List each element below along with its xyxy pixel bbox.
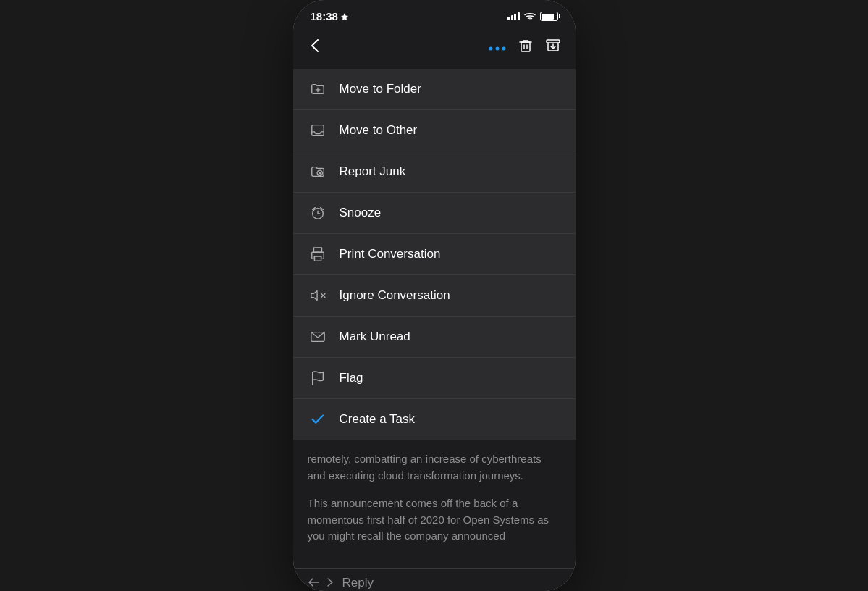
email-content: remotely, combatting an increase of cybe… — [293, 440, 576, 568]
menu-item-mark-unread[interactable]: Mark Unread — [293, 317, 576, 358]
inbox-alt-icon — [308, 120, 328, 141]
folder-icon — [308, 79, 328, 99]
menu-item-report-junk[interactable]: Report Junk — [293, 151, 576, 193]
printer-icon — [308, 244, 328, 264]
menu-list: Move to Folder Move to Other — [293, 69, 576, 440]
battery-icon — [540, 12, 558, 21]
clock-icon — [308, 203, 328, 223]
email-paragraph-2: This announcement comes off the back of … — [308, 495, 561, 545]
ignore-conversation-label: Ignore Conversation — [340, 288, 450, 303]
mark-unread-label: Mark Unread — [340, 330, 410, 344]
archive-button[interactable] — [545, 38, 561, 57]
delete-button[interactable] — [518, 38, 534, 57]
reply-label[interactable]: Reply — [342, 576, 374, 590]
menu-item-create-task[interactable]: Create a Task — [293, 399, 576, 440]
reply-arrow-icon[interactable] — [308, 576, 321, 591]
print-conversation-label: Print Conversation — [340, 247, 441, 261]
nav-bar — [293, 28, 576, 69]
wifi-icon — [524, 11, 536, 22]
menu-item-snooze[interactable]: Snooze — [293, 193, 576, 234]
svg-rect-7 — [547, 40, 560, 43]
svg-point-1 — [489, 46, 492, 50]
check-icon — [308, 409, 328, 429]
report-junk-icon — [308, 162, 328, 182]
more-button[interactable] — [489, 40, 506, 55]
move-to-folder-label: Move to Folder — [340, 82, 421, 96]
signal-bars-icon — [507, 12, 520, 20]
phone-frame: 18:38 — [293, 0, 576, 591]
svg-marker-18 — [311, 291, 316, 301]
back-button[interactable] — [308, 34, 322, 60]
svg-rect-4 — [521, 42, 530, 51]
reply-chevron-icon[interactable] — [326, 577, 334, 590]
email-paragraph-1: remotely, combatting an increase of cybe… — [308, 451, 561, 484]
status-time: 18:38 — [311, 10, 348, 22]
flag-icon — [308, 368, 328, 388]
menu-item-flag[interactable]: Flag — [293, 358, 576, 399]
status-icons — [507, 11, 558, 22]
svg-point-0 — [529, 20, 531, 20]
svg-point-3 — [502, 46, 505, 50]
menu-item-move-to-folder[interactable]: Move to Folder — [293, 69, 576, 110]
svg-rect-16 — [313, 248, 321, 252]
mail-icon — [308, 327, 328, 347]
menu-item-ignore-conversation[interactable]: Ignore Conversation — [293, 275, 576, 317]
status-bar: 18:38 — [293, 0, 576, 28]
svg-rect-17 — [314, 256, 321, 261]
nav-actions — [489, 38, 561, 57]
reply-bar: Reply — [293, 568, 576, 592]
location-icon — [341, 13, 348, 20]
move-to-other-label: Move to Other — [340, 123, 418, 138]
menu-item-move-to-other[interactable]: Move to Other — [293, 110, 576, 151]
volume-x-icon — [308, 285, 328, 306]
phone-inner: 18:38 — [293, 0, 576, 591]
flag-label: Flag — [340, 371, 363, 385]
snooze-label: Snooze — [340, 206, 382, 220]
create-task-label: Create a Task — [340, 412, 416, 427]
svg-point-2 — [495, 46, 499, 50]
menu-item-print-conversation[interactable]: Print Conversation — [293, 234, 576, 275]
report-junk-label: Report Junk — [340, 164, 406, 179]
